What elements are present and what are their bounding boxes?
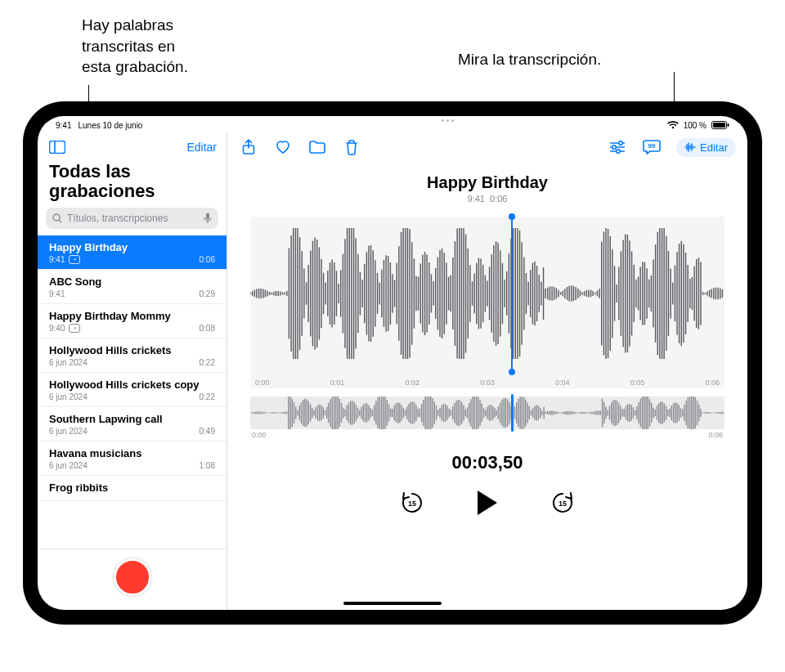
recordings-list: Happy Birthday9:41❝0:06ABC Song9:410:29H… xyxy=(38,235,227,549)
list-item[interactable]: Frog ribbits xyxy=(38,476,227,501)
playhead-detail[interactable] xyxy=(511,217,513,372)
transcript-badge-icon: ❝ xyxy=(69,255,80,264)
list-item[interactable]: Hollywood Hills crickets6 jun 20240:22 xyxy=(38,338,227,373)
edit-recording-label: Editar xyxy=(700,141,728,154)
waveform-overview[interactable]: 0:00 0:06 xyxy=(250,396,724,429)
svg-line-6 xyxy=(59,221,61,223)
statusbar-date: Lunes 10 de junio xyxy=(78,121,142,130)
list-item[interactable]: Southern Lapwing call6 jun 20240:49 xyxy=(38,407,227,441)
status-bar: 9:41 Lunes 10 de junio 100 % xyxy=(38,116,747,132)
list-item[interactable]: Havana musicians6 jun 20241:08 xyxy=(38,441,227,476)
share-button[interactable] xyxy=(239,137,258,157)
svg-text:15: 15 xyxy=(408,500,416,508)
play-button[interactable] xyxy=(473,488,502,517)
favorite-button[interactable] xyxy=(273,137,293,157)
list-item-title: Happy Birthday xyxy=(49,241,215,253)
time-ruler: 0:000:010:020:030:040:050:06 xyxy=(250,379,724,387)
svg-rect-7 xyxy=(206,213,209,220)
svg-point-12 xyxy=(612,146,617,150)
list-item-title: Southern Lapwing call xyxy=(49,413,215,425)
svg-text:15: 15 xyxy=(558,500,567,508)
tick-label: 0:05 xyxy=(630,379,645,387)
list-item[interactable]: ABC Song9:410:29 xyxy=(38,270,227,304)
recording-title: Happy Birthday xyxy=(227,173,747,192)
svg-rect-1 xyxy=(713,123,725,128)
move-to-folder-button[interactable] xyxy=(307,137,327,157)
list-item-time: 6 jun 2024 xyxy=(49,427,87,436)
tick-label: 0:00 xyxy=(255,379,270,387)
list-item-time: 9:41 xyxy=(49,289,65,298)
svg-rect-2 xyxy=(728,123,729,127)
tick-label: 0:02 xyxy=(405,379,419,387)
search-input[interactable]: Títulos, transcripciones xyxy=(46,208,218,229)
list-item-time: 6 jun 2024 xyxy=(49,392,87,401)
list-item-time: 9:41 xyxy=(49,255,65,264)
battery-pct: 100 % xyxy=(684,121,706,130)
timecode: 00:03,50 xyxy=(227,452,747,473)
statusbar-time: 9:41 xyxy=(56,121,71,130)
list-item[interactable]: Happy Birthday Mommy9:40❝0:08 xyxy=(38,304,227,338)
list-item-duration: 1:08 xyxy=(200,461,215,470)
list-item-duration: 0:22 xyxy=(200,358,215,367)
sidebar-title: Todas las grabaciones xyxy=(38,160,227,208)
multitask-dots[interactable] xyxy=(442,119,454,122)
search-icon xyxy=(52,213,62,223)
recording-subtitle: 9:41 0:06 xyxy=(227,194,747,204)
list-item-duration: 0:22 xyxy=(200,392,215,401)
list-item[interactable]: Hollywood Hills crickets copy6 jun 20240… xyxy=(38,373,227,407)
sidebar-edit-button[interactable]: Editar xyxy=(186,141,217,154)
home-indicator[interactable] xyxy=(343,602,442,605)
transcript-badge-icon: ❝ xyxy=(69,324,80,333)
ipad-frame: 9:41 Lunes 10 de junio 100 % xyxy=(23,101,762,625)
list-item-title: ABC Song xyxy=(49,276,215,288)
list-item-time: 9:40 xyxy=(49,324,65,333)
battery-icon xyxy=(711,121,729,129)
list-item-duration: 0:29 xyxy=(200,289,215,298)
list-item-title: Hollywood Hills crickets xyxy=(49,344,215,356)
svg-point-10 xyxy=(619,141,623,146)
skip-forward-15-button[interactable]: 15 xyxy=(548,488,577,517)
list-item-time: 6 jun 2024 xyxy=(49,461,87,470)
waveform-edit-icon xyxy=(684,142,696,152)
sidebar: Editar Todas las grabaciones Títulos, tr… xyxy=(38,132,227,610)
list-item-duration: 0:08 xyxy=(200,324,215,333)
svg-point-14 xyxy=(617,150,621,154)
list-item-title: Frog ribbits xyxy=(49,482,215,494)
list-item-title: Happy Birthday Mommy xyxy=(49,310,215,322)
search-placeholder: Títulos, transcripciones xyxy=(67,213,168,224)
skip-back-15-button[interactable]: 15 xyxy=(397,488,427,517)
waveform-detail[interactable]: 0:000:010:020:030:040:050:06 xyxy=(250,217,724,388)
list-item-title: Hollywood Hills crickets copy xyxy=(49,379,215,391)
svg-point-5 xyxy=(53,214,60,221)
tick-label: 0:01 xyxy=(330,379,345,387)
wifi-icon xyxy=(667,121,679,129)
svg-text:99: 99 xyxy=(648,142,656,150)
overview-end-time: 0:06 xyxy=(708,431,723,439)
list-item[interactable]: Happy Birthday9:41❝0:06 xyxy=(38,235,227,270)
callout-transcript-badge: Hay palabras transcritas en esta grabaci… xyxy=(82,15,188,78)
tick-label: 0:06 xyxy=(705,379,720,387)
overview-start-time: 0:00 xyxy=(252,431,267,439)
record-button[interactable] xyxy=(114,559,150,595)
list-item-duration: 0:49 xyxy=(200,427,215,436)
playback-options-button[interactable] xyxy=(608,137,627,157)
svg-rect-3 xyxy=(50,141,65,154)
main-pane: 99 Editar Happy Birthday 9:41 0:06 xyxy=(227,132,747,610)
view-transcript-button[interactable]: 99 xyxy=(642,137,662,157)
sidebar-toggle-button[interactable] xyxy=(47,137,67,157)
tick-label: 0:04 xyxy=(555,379,570,387)
delete-button[interactable] xyxy=(342,137,361,157)
list-item-time: 6 jun 2024 xyxy=(49,358,87,367)
callout-view-transcript: Mira la transcripción. xyxy=(458,49,601,70)
list-item-duration: 0:06 xyxy=(200,255,215,264)
playhead-overview[interactable] xyxy=(511,394,514,432)
tick-label: 0:03 xyxy=(480,379,495,387)
list-item-title: Havana musicians xyxy=(49,447,215,459)
edit-recording-button[interactable]: Editar xyxy=(676,138,736,157)
mic-icon[interactable] xyxy=(204,213,212,224)
